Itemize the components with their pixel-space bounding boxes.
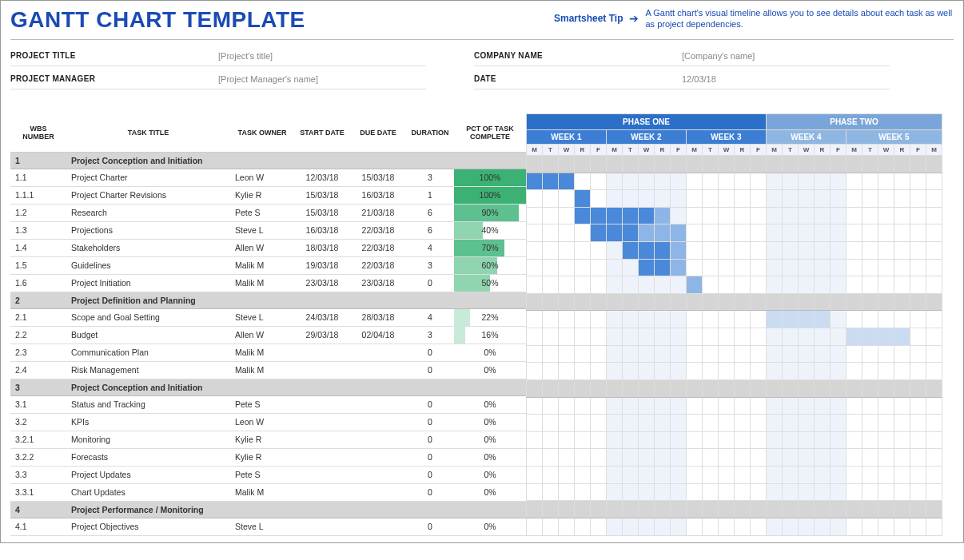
week-header: WEEK 2 <box>607 130 687 145</box>
timeline-row <box>527 431 942 449</box>
task-row[interactable]: 1Project Conception and Initiation <box>10 152 526 169</box>
task-row[interactable]: 3.3.1 Chart Updates Malik M 0 0% <box>10 483 526 501</box>
task-row[interactable]: 2.4 Risk Management Malik M 0 0% <box>10 361 526 379</box>
task-row[interactable]: 2.3 Communication Plan Malik M 0 0% <box>10 344 526 361</box>
day-header: T <box>623 145 639 156</box>
day-header: F <box>831 145 846 156</box>
day-header: M <box>607 145 623 156</box>
day-header: R <box>815 145 831 156</box>
task-row[interactable]: 1.5 Guidelines Malik M 19/03/18 22/03/18… <box>10 256 526 274</box>
task-row[interactable]: 3.3 Project Updates Pete S 0 0% <box>10 466 526 483</box>
task-row[interactable]: 2Project Definition and Planning <box>10 292 526 308</box>
task-row[interactable]: 4.1 Project Objectives Steve L 0 0% <box>10 518 526 535</box>
day-header: W <box>799 145 815 156</box>
col-title: TASK TITLE <box>66 113 230 152</box>
day-header: W <box>559 145 575 156</box>
phase-header: PHASE ONE <box>527 114 767 130</box>
week-header: WEEK 3 <box>687 130 767 145</box>
task-row[interactable]: 1.1.1 Project Charter Revisions Kylie R … <box>10 186 526 204</box>
col-owner: TASK OWNER <box>230 113 294 152</box>
timeline-row <box>527 449 942 467</box>
day-header: T <box>543 145 559 156</box>
day-header: M <box>846 145 862 156</box>
timeline-row <box>527 242 942 260</box>
project-meta: PROJECT TITLE [Project's title] PROJECT … <box>10 48 954 89</box>
col-pct: PCT OF TASK COMPLETE <box>454 113 526 152</box>
day-header: R <box>575 145 591 156</box>
day-header: W <box>719 145 735 156</box>
timeline-row <box>527 293 942 311</box>
day-header: F <box>910 145 926 156</box>
timeline-row <box>527 466 942 483</box>
task-row[interactable]: 4Project Performance / Monitoring <box>10 501 526 518</box>
header: GANTT CHART TEMPLATE Smartsheet Tip ➔ A … <box>10 7 954 40</box>
day-header: R <box>894 145 910 156</box>
day-header: R <box>735 145 751 156</box>
tip-label: Smartsheet Tip <box>554 13 623 24</box>
phase-header: PHASE TWO <box>767 114 942 130</box>
day-header: W <box>878 145 894 156</box>
day-header: T <box>703 145 719 156</box>
task-row[interactable]: 1.4 Stakeholders Allen W 18/03/18 22/03/… <box>10 239 526 256</box>
timeline-row <box>527 190 942 208</box>
day-header: M <box>767 145 783 156</box>
smartsheet-tip: Smartsheet Tip ➔ A Gantt chart's visual … <box>554 7 954 30</box>
task-row[interactable]: 3.2.1 Monitoring Kylie R 0 0% <box>10 431 526 448</box>
day-header: F <box>751 145 767 156</box>
date-field[interactable]: 12/03/18 <box>682 74 716 84</box>
week-header: WEEK 1 <box>527 130 607 145</box>
timeline-grid: PHASE ONEPHASE TWOWEEK 1WEEK 2WEEK 3WEEK… <box>526 113 942 536</box>
page-title: GANTT CHART TEMPLATE <box>10 7 305 33</box>
company-name-field[interactable]: [Company's name] <box>682 51 755 61</box>
task-table: WBS NUMBER TASK TITLE TASK OWNER START D… <box>10 113 526 536</box>
timeline-row <box>527 363 942 380</box>
task-row[interactable]: 2.2 Budget Allen W 29/03/18 02/04/18 3 1… <box>10 326 526 344</box>
week-header: WEEK 4 <box>767 130 846 145</box>
task-row[interactable]: 1.1 Project Charter Leon W 12/03/18 15/0… <box>10 169 526 186</box>
day-header: F <box>591 145 607 156</box>
day-header: R <box>655 145 671 156</box>
task-row[interactable]: 3.1 Status and Tracking Pete S 0 0% <box>10 395 526 413</box>
project-manager-field[interactable]: [Project Manager's name] <box>218 74 318 84</box>
timeline-row <box>527 328 942 346</box>
timeline-row <box>527 483 942 501</box>
project-title-field[interactable]: [Project's title] <box>218 51 273 61</box>
timeline-row <box>527 397 942 415</box>
task-row[interactable]: 1.6 Project Initiation Malik M 23/03/18 … <box>10 274 526 292</box>
col-start: START DATE <box>294 113 350 152</box>
task-row[interactable]: 3Project Conception and Initiation <box>10 379 526 395</box>
task-row[interactable]: 1.2 Research Pete S 15/03/18 21/03/18 6 … <box>10 204 526 221</box>
project-manager-label: PROJECT MANAGER <box>10 74 218 84</box>
timeline-row <box>527 311 942 328</box>
week-header: WEEK 5 <box>846 130 942 145</box>
tip-text: A Gantt chart's visual timeline allows y… <box>645 7 954 30</box>
arrow-right-icon: ➔ <box>629 12 639 25</box>
timeline-row <box>527 156 942 173</box>
task-row[interactable]: 2.1 Scope and Goal Setting Steve L 24/03… <box>10 308 526 326</box>
col-due: DUE DATE <box>350 113 406 152</box>
day-header: M <box>687 145 703 156</box>
timeline-row <box>527 518 942 535</box>
day-header: F <box>671 145 687 156</box>
day-header: M <box>527 145 543 156</box>
day-header: T <box>862 145 878 156</box>
timeline-row <box>527 379 942 397</box>
task-row[interactable]: 1.3 Projections Steve L 16/03/18 22/03/1… <box>10 221 526 239</box>
timeline-row <box>527 501 942 518</box>
day-header: W <box>639 145 655 156</box>
task-row[interactable]: 3.2.2 Forecasts Kylie R 0 0% <box>10 448 526 466</box>
day-header: T <box>783 145 799 156</box>
col-duration: DURATION <box>406 113 454 152</box>
task-row[interactable]: 3.2 KPIs Leon W 0 0% <box>10 413 526 431</box>
timeline-row <box>527 259 942 276</box>
company-name-label: COMPANY NAME <box>474 51 682 61</box>
timeline-row <box>527 276 942 294</box>
col-wbs: WBS NUMBER <box>10 113 66 152</box>
timeline-row <box>527 173 942 190</box>
timeline-row <box>527 345 942 363</box>
day-header: M <box>926 145 942 156</box>
timeline-row <box>527 224 942 242</box>
date-label: DATE <box>474 74 682 84</box>
project-title-label: PROJECT TITLE <box>10 51 218 61</box>
timeline-row <box>527 415 942 432</box>
